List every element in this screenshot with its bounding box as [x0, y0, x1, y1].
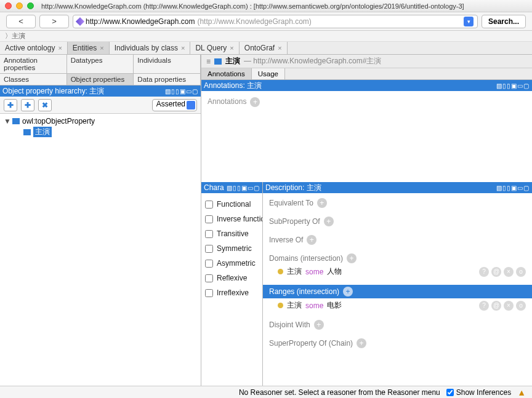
add-subproperty-button[interactable]: +	[324, 217, 334, 226]
add-annotation-button[interactable]: +	[250, 97, 260, 107]
edit-icon[interactable]: o	[516, 301, 526, 311]
check-functional[interactable]: Functional	[204, 197, 260, 212]
add-inverse-button[interactable]: +	[307, 235, 316, 245]
forward-button[interactable]: >	[39, 15, 69, 28]
entity-uri: — http://www.KnowledgeGraph.com#主演	[244, 56, 381, 66]
tab-annotations[interactable]: Annotations	[201, 68, 252, 79]
object-property-icon	[12, 118, 20, 124]
close-icon[interactable]	[5, 2, 12, 9]
domain-expression[interactable]: 主演 some 人物 ? @ × o	[269, 265, 526, 279]
close-icon[interactable]: ×	[100, 44, 103, 52]
check-reflexive[interactable]: Reflexive	[204, 271, 260, 285]
entity-name: 主演	[225, 56, 240, 66]
check-symmetric[interactable]: Symmetric	[204, 241, 260, 256]
section-ranges-label: Ranges (intersection)	[269, 287, 339, 296]
add-domain-button[interactable]: +	[347, 253, 357, 263]
ontology-uri-field[interactable]: http://www.KnowledgeGraph.com (http://ww…	[73, 15, 478, 28]
uri-dropdown-icon[interactable]: ▾	[464, 17, 474, 26]
characteristics-header: Chara ▧▯▯▣▭▢	[201, 182, 262, 193]
section-domains: Domains (intersection)	[269, 254, 343, 263]
status-bar: No Reasoner set. Select a reasoner from …	[0, 386, 532, 398]
tab-data-properties[interactable]: Data properties	[134, 74, 201, 85]
tree-item-selected[interactable]: 主演	[4, 126, 197, 138]
tab-active-ontology[interactable]: Active ontology×	[0, 42, 68, 54]
annotations-panel-header: Annotations: 主演 ▧▯▯▣▭▢	[201, 80, 532, 91]
add-equivalent-button[interactable]: +	[317, 198, 327, 208]
section-superproperty-chain: SuperProperty Of (Chain)	[269, 339, 353, 348]
back-button[interactable]: <	[6, 15, 36, 28]
tab-usage[interactable]: Usage	[252, 68, 285, 79]
add-child-button[interactable]: ✚	[21, 99, 34, 111]
tab-ontograf[interactable]: OntoGraf×	[240, 42, 288, 54]
add-sibling-button[interactable]: ✚	[4, 99, 17, 111]
help-icon[interactable]: ?	[479, 267, 489, 277]
tree-label: 主演	[33, 127, 52, 137]
toolbar: < > http://www.KnowledgeGraph.com (http:…	[0, 12, 532, 31]
add-range-button[interactable]: +	[343, 287, 353, 297]
check-transitive[interactable]: Transitive	[204, 226, 260, 241]
search-button[interactable]: Search...	[482, 15, 526, 28]
disclosure-icon[interactable]: ▼	[4, 117, 10, 125]
entity-header: ≡ 主演 — http://www.KnowledgeGraph.com#主演	[201, 55, 532, 68]
delete-icon[interactable]: ×	[504, 267, 514, 277]
tab-classes[interactable]: Classes	[0, 74, 67, 85]
entity-tabs-row1: Annotation properties Datatypes Individu…	[0, 55, 201, 74]
uri-faded: (http://www.KnowledgeGraph.com)	[197, 17, 311, 26]
delete-button[interactable]: ✖	[38, 99, 52, 111]
tab-entities[interactable]: Entities×	[68, 42, 110, 54]
left-pane: Annotation properties Datatypes Individu…	[0, 55, 201, 386]
ontology-icon	[76, 17, 84, 25]
section-equivalent-to: Equivalent To	[269, 199, 313, 207]
tree-toolbar: ✚ ✚ ✖ Asserted	[0, 97, 201, 114]
entity-tabs-row2: Classes Object properties Data propertie…	[0, 74, 201, 86]
close-icon[interactable]: ×	[58, 44, 62, 52]
close-icon[interactable]: ×	[230, 44, 233, 52]
panel-header-icons[interactable]: ▧▯▯▣▭▢	[227, 185, 260, 191]
row-actions: ? @ × o	[479, 267, 526, 277]
window-controls	[5, 2, 34, 9]
close-icon[interactable]: ×	[181, 44, 185, 52]
description-header: Description: 主演 ▧▯▯▣▭▢	[263, 182, 532, 193]
tab-individuals-by-class[interactable]: Individuals by class×	[110, 42, 191, 54]
edit-icon[interactable]: o	[516, 267, 526, 277]
tab-individuals[interactable]: Individuals	[134, 55, 201, 73]
range-expression[interactable]: 主演 some 电影 ? @ × o	[269, 298, 526, 312]
check-irreflexive[interactable]: Irreflexive	[204, 285, 260, 300]
class-icon	[278, 269, 283, 274]
delete-icon[interactable]: ×	[504, 301, 514, 311]
minimize-icon[interactable]	[16, 2, 23, 9]
tab-annotation-properties[interactable]: Annotation properties	[0, 55, 67, 73]
close-icon[interactable]: ×	[278, 44, 281, 52]
asserted-select[interactable]: Asserted	[152, 99, 197, 111]
menu-icon[interactable]: ≡	[206, 57, 211, 66]
description-panel: Description: 主演 ▧▯▯▣▭▢ Equivalent To+ Su…	[263, 182, 532, 386]
window-titlebar: http://www.KnowledgeGraph.com (http://ww…	[0, 0, 532, 12]
reasoner-status: No Reasoner set. Select a reasoner from …	[239, 388, 440, 397]
tree-root[interactable]: ▼ owl:topObjectProperty	[4, 116, 197, 126]
tab-object-properties[interactable]: Object properties	[67, 74, 134, 85]
section-disjoint-with: Disjoint With	[269, 320, 310, 329]
annotate-icon[interactable]: @	[491, 301, 501, 311]
tab-datatypes[interactable]: Datatypes	[67, 55, 134, 73]
object-property-icon	[214, 58, 222, 65]
warning-icon[interactable]: ▲	[517, 388, 526, 397]
add-disjoint-button[interactable]: +	[314, 320, 324, 330]
tab-dl-query[interactable]: DL Query×	[190, 42, 239, 54]
check-inverse-functional[interactable]: Inverse functional	[204, 212, 260, 226]
zoom-icon[interactable]	[27, 2, 34, 9]
class-icon	[278, 303, 283, 308]
check-asymmetric[interactable]: Asymmetric	[204, 256, 260, 271]
object-property-icon	[23, 129, 31, 135]
property-tree[interactable]: ▼ owl:topObjectProperty 主演	[0, 114, 201, 386]
annotate-icon[interactable]: @	[491, 267, 501, 277]
panel-header-icons[interactable]: ▧▯▯▣▭▢	[496, 185, 530, 191]
annotations-body: Annotations +	[201, 91, 532, 182]
panel-header-icons[interactable]: ▧▯▯▣▭▢	[165, 88, 198, 95]
help-icon[interactable]: ?	[479, 301, 489, 311]
annotations-label: Annotations	[208, 97, 246, 106]
add-chain-button[interactable]: +	[357, 338, 366, 348]
characteristics-panel: Chara ▧▯▯▣▭▢ Functional Inverse function…	[201, 182, 263, 386]
show-inferences-toggle[interactable]: Show Inferences	[446, 388, 511, 397]
tree-label: owl:topObjectProperty	[22, 117, 95, 125]
panel-header-icons[interactable]: ▧▯▯▣▭▢	[496, 82, 530, 89]
